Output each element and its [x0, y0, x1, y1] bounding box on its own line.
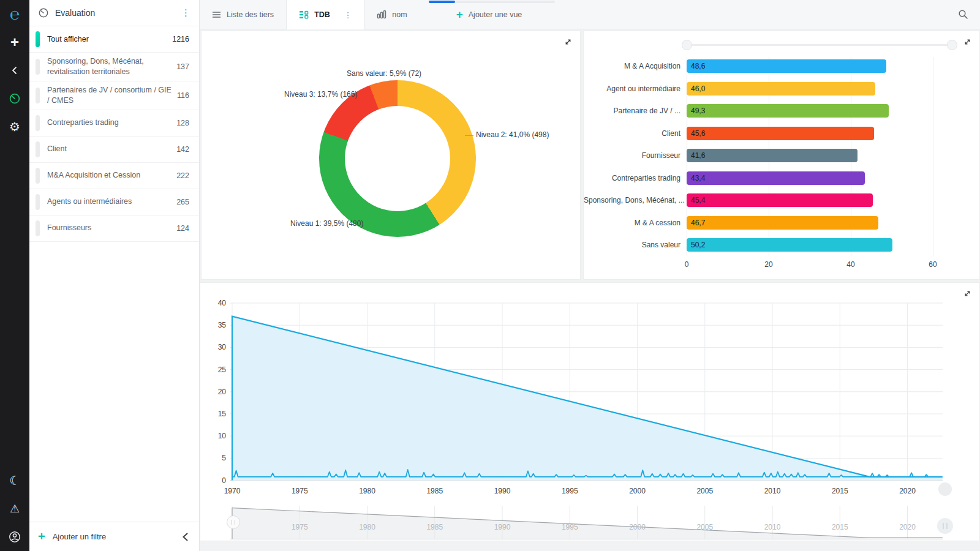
filter-count: 265: [176, 198, 189, 206]
panel-menu-kebab-icon[interactable]: ⋮: [179, 7, 193, 18]
svg-text:1980: 1980: [359, 523, 375, 531]
bar[interactable]: 41,6: [687, 149, 858, 162]
tab-label: Ajouter une vue: [469, 10, 522, 19]
bar[interactable]: 45,4: [687, 193, 873, 207]
navigator-left-handle[interactable]: [227, 516, 240, 529]
filter-row[interactable]: Client142: [29, 137, 199, 163]
svg-text:1975: 1975: [292, 523, 308, 531]
bar-chart-icon: [377, 10, 386, 19]
filter-label: Sponsoring, Dons, Mécénat, revitalisatio…: [47, 53, 176, 81]
donut-leader-line: [465, 135, 473, 136]
add-filter-plus-icon[interactable]: +: [38, 530, 45, 544]
svg-text:1970: 1970: [224, 487, 241, 495]
bar-category-label: Partenaire de JV / ...: [584, 104, 680, 118]
filter-label: Contreparties trading: [47, 114, 176, 132]
svg-text:0: 0: [222, 476, 226, 485]
filter-row[interactable]: M&A Acquisition et Cession222: [29, 163, 199, 189]
tab-liste-des-tiers[interactable]: Liste des tiers: [200, 0, 286, 29]
bar[interactable]: 49,3: [687, 104, 889, 118]
x-axis-tick-label: 40: [839, 260, 863, 269]
add-filter-label[interactable]: Ajouter un filtre: [53, 532, 173, 541]
svg-text:1985: 1985: [426, 523, 443, 531]
filter-count: 128: [176, 119, 189, 127]
alerts-warning-icon[interactable]: ⚠: [0, 495, 29, 523]
tab-label: Liste des tiers: [227, 10, 274, 19]
filter-accent-bar: [36, 31, 40, 47]
svg-text:30: 30: [218, 343, 227, 351]
svg-text:2000: 2000: [629, 487, 646, 495]
filter-count: 116: [177, 91, 189, 100]
filter-panel: Evaluation ⋮ Tout afficher1216Sponsoring…: [29, 0, 200, 551]
svg-text:2020: 2020: [899, 487, 916, 495]
bar[interactable]: 43,4: [687, 171, 865, 185]
timeline-right-handle[interactable]: [938, 482, 952, 496]
bar-value-label: 43,4: [687, 174, 705, 182]
bar-value-label: 46,0: [687, 84, 705, 93]
expand-icon[interactable]: [963, 37, 972, 49]
filter-row[interactable]: Tout afficher1216: [29, 26, 199, 53]
bar[interactable]: 48,6: [687, 59, 886, 73]
svg-text:1990: 1990: [494, 523, 511, 531]
tab-add-view[interactable]: + Ajouter une vue: [444, 0, 535, 29]
tab-nom[interactable]: nom: [364, 0, 419, 29]
account-icon[interactable]: [0, 523, 29, 551]
svg-text:15: 15: [218, 410, 227, 418]
bar-category-label: Agent ou intermédiaire: [584, 82, 680, 96]
svg-text:2015: 2015: [832, 523, 848, 531]
tab-menu-kebab-icon[interactable]: ⋮: [344, 10, 352, 20]
filter-label: Fournisseurs: [47, 219, 176, 237]
filter-row[interactable]: Contreparties trading128: [29, 110, 199, 137]
bar[interactable]: 46,7: [687, 216, 878, 230]
slider-track[interactable]: [687, 44, 952, 46]
gauge-icon[interactable]: [0, 84, 29, 113]
search-button[interactable]: [946, 0, 980, 29]
filter-label: Tout afficher: [47, 31, 172, 48]
filter-count: 1216: [172, 35, 189, 43]
filter-accent-bar: [36, 194, 40, 210]
navigator-right-handle[interactable]: [937, 518, 953, 534]
filter-row[interactable]: Sponsoring, Dons, Mécénat, revitalisatio…: [29, 53, 199, 81]
bar-category-label: M & A Acquisition: [584, 59, 680, 73]
expand-icon[interactable]: [963, 289, 972, 301]
svg-text:1995: 1995: [562, 523, 578, 531]
settings-gear-icon[interactable]: ⚙: [0, 113, 29, 141]
filter-row[interactable]: Agents ou intermédiaires265: [29, 189, 199, 216]
bar-value-label: 50,2: [687, 241, 705, 249]
filter-count: 124: [176, 224, 189, 233]
app-logo-icon[interactable]: ℮: [0, 0, 29, 28]
timeline-chart[interactable]: 0510152025303540197019751980198519901995…: [200, 283, 979, 541]
tab-tdb[interactable]: TDB ⋮: [286, 0, 364, 29]
bar[interactable]: 46,0: [687, 82, 875, 96]
x-axis-tick-label: 0: [674, 260, 699, 269]
filter-count: 142: [176, 145, 189, 154]
svg-text:20: 20: [218, 388, 227, 396]
svg-text:2015: 2015: [832, 487, 848, 495]
bar-category-label: Sponsoring, Dons, Mécénat, ...: [584, 193, 680, 207]
dark-mode-moon-icon[interactable]: ☾: [0, 467, 29, 495]
svg-text:5: 5: [222, 454, 226, 462]
dashboard-content: Niveau 2: 41,0% (498)Niveau 1: 39,5% (48…: [200, 29, 980, 551]
filter-row[interactable]: Fournisseurs124: [29, 216, 199, 242]
svg-text:2005: 2005: [696, 523, 713, 531]
filter-accent-bar: [36, 220, 40, 236]
donut-chart-card: Niveau 2: 41,0% (498)Niveau 1: 39,5% (48…: [201, 31, 581, 280]
collapse-left-icon[interactable]: [0, 56, 29, 84]
tab-scrollbar-thumb[interactable]: [429, 1, 455, 3]
donut-slice-label: Niveau 3: 13,7% (166): [284, 90, 357, 99]
tab-scrollbar-track[interactable]: [429, 1, 555, 3]
add-icon[interactable]: +: [0, 28, 29, 56]
expand-icon[interactable]: [564, 37, 573, 49]
bar[interactable]: 50,2: [687, 238, 892, 252]
slider-handle-left[interactable]: [682, 40, 692, 50]
collapse-panel-chevron-icon[interactable]: [181, 532, 190, 542]
bar[interactable]: 45,6: [687, 127, 874, 140]
gauge-icon: [38, 7, 49, 18]
list-icon: [212, 10, 221, 19]
filter-row[interactable]: Partenaires de JV / consortium / GIE / C…: [29, 81, 199, 110]
filter-label: Client: [47, 140, 176, 158]
filter-count: 222: [176, 171, 189, 180]
filter-list: Tout afficher1216Sponsoring, Dons, Mécén…: [29, 26, 199, 522]
filter-label: M&A Acquisition et Cession: [47, 167, 176, 184]
slider-handle-right[interactable]: [947, 40, 957, 50]
donut-slice-label: Niveau 2: 41,0% (498): [476, 130, 549, 139]
